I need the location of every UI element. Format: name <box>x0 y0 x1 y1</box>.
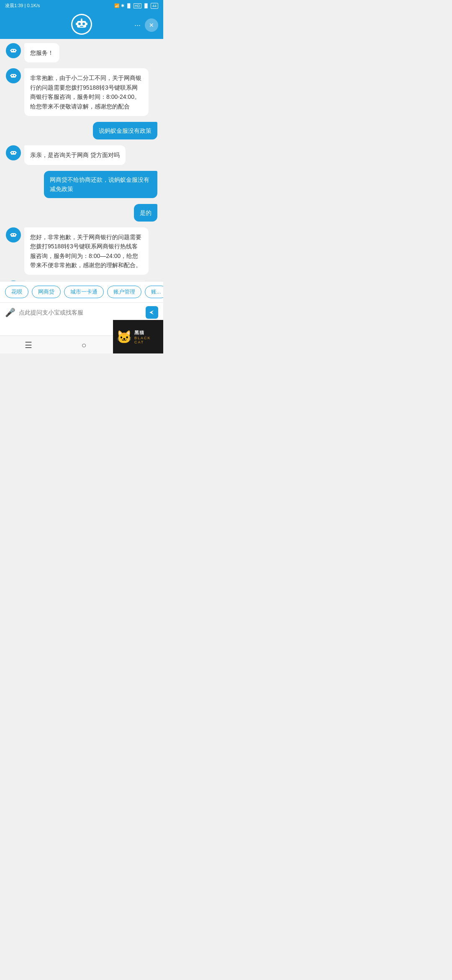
message-bubble-1: 您服务！ <box>24 43 59 62</box>
watermark-text: 黑猫 BLACK CAT <box>134 330 160 344</box>
message-bubble-2: 非常抱歉，由于小二分工不同，关于网商银行的问题需要您拨打95188转3号键联系网… <box>24 68 149 116</box>
message-bubble-7: 您好，非常抱歉，关于网商银行的问题需要您拨打95188转3号键联系网商银行热线客… <box>24 227 149 275</box>
chat-input[interactable] <box>19 309 142 316</box>
svg-rect-4 <box>80 26 83 27</box>
header-actions: ··· ✕ <box>134 18 158 32</box>
more-button[interactable]: ··· <box>134 21 141 30</box>
menu-nav-button[interactable]: ☰ <box>25 340 32 350</box>
message-4: 亲亲，是咨询关于网商 贷方面对吗 <box>6 145 157 165</box>
signal-icon-2: ▐▌ <box>143 3 149 8</box>
battery-indicator: 44 <box>151 3 158 9</box>
message-bubble-4: 亲亲，是咨询关于网商 贷方面对吗 <box>24 145 126 165</box>
message-bubble-3: 说蚂蚁金服没有政策 <box>93 122 157 139</box>
home-nav-button[interactable]: ○ <box>82 340 87 350</box>
message-7: 您好，非常抱歉，关于网商银行的问题需要您拨打95188转3号键联系网商银行热线客… <box>6 227 157 275</box>
svg-rect-25 <box>10 152 11 153</box>
status-time-speed: 凌晨1:39 | 0.1K/s <box>5 3 40 9</box>
svg-point-23 <box>12 152 13 153</box>
svg-point-12 <box>14 50 15 51</box>
wifi-icon: 📶 <box>114 3 119 8</box>
svg-rect-19 <box>10 75 11 76</box>
svg-point-17 <box>12 75 13 76</box>
svg-rect-32 <box>16 234 17 235</box>
watermark: 🐱 黑猫 BLACK CAT <box>113 320 163 353</box>
svg-point-29 <box>12 234 13 235</box>
message-2: 非常抱歉，由于小二分工不同，关于网商银行的问题需要您拨打95188转3号键联系网… <box>6 68 157 116</box>
svg-rect-14 <box>16 50 17 51</box>
send-icon <box>149 309 155 316</box>
svg-point-6 <box>81 18 82 20</box>
status-bar: 凌晨1:39 | 0.1K/s 📶 ✱ ▐▌ HD ▐▌ 44 <box>0 0 163 11</box>
close-button[interactable]: ✕ <box>145 18 158 32</box>
svg-rect-13 <box>10 50 11 51</box>
status-icons: 📶 ✱ ▐▌ HD ▐▌ 44 <box>114 3 158 9</box>
svg-rect-20 <box>16 75 17 76</box>
bot-avatar-small <box>6 43 21 58</box>
svg-point-3 <box>82 23 85 25</box>
bluetooth-icon: ✱ <box>121 3 124 8</box>
bot-avatar <box>71 14 92 35</box>
svg-rect-7 <box>76 23 77 25</box>
quick-reply-city-card[interactable]: 城市一卡通 <box>64 286 104 298</box>
svg-rect-8 <box>86 23 87 25</box>
message-6: 是的 <box>6 204 157 222</box>
chat-area: 您服务！ 非常抱歉，由于小二分工不同，关于网商银行的问题需要您拨打95188转3… <box>0 39 163 281</box>
message-5: 网商贷不给协商还款，说蚂蚁金服没有减免政策 <box>6 171 157 198</box>
bot-avatar-small-4 <box>6 227 21 242</box>
chat-header: ··· ✕ <box>0 11 163 39</box>
message-bubble-6: 是的 <box>134 204 157 222</box>
svg-rect-31 <box>10 234 11 235</box>
black-cat-chinese: 黑猫 <box>134 330 144 336</box>
quick-replies-bar: 花呗 网商贷 城市一卡通 账户管理 账... <box>0 281 163 302</box>
svg-point-11 <box>12 50 13 51</box>
svg-point-30 <box>14 234 15 235</box>
quick-reply-account[interactable]: 账户管理 <box>107 286 141 298</box>
svg-point-18 <box>14 75 15 76</box>
message-1: 您服务！ <box>6 43 157 62</box>
quick-reply-more[interactable]: 账... <box>145 286 163 298</box>
svg-point-2 <box>78 23 81 25</box>
svg-point-24 <box>14 152 15 153</box>
robot-icon <box>72 15 91 34</box>
svg-rect-26 <box>16 152 17 153</box>
message-bubble-5: 网商贷不给协商还款，说蚂蚁金服没有减免政策 <box>44 171 158 198</box>
message-3: 说蚂蚁金服没有政策 <box>6 122 157 139</box>
black-cat-english: BLACK CAT <box>134 336 160 344</box>
send-button[interactable] <box>146 306 158 319</box>
input-area: 🎤 <box>0 302 163 322</box>
cat-icon: 🐱 <box>116 330 132 344</box>
bot-avatar-small-3 <box>6 145 21 160</box>
signal-icon: ▐▌ <box>126 3 132 8</box>
quick-reply-wangshangdai[interactable]: 网商贷 <box>32 286 61 298</box>
bot-avatar-small-2 <box>6 68 21 83</box>
mic-icon[interactable]: 🎤 <box>5 307 15 317</box>
hd-badge: HD <box>134 3 141 8</box>
quick-reply-huabei[interactable]: 花呗 <box>5 286 28 298</box>
